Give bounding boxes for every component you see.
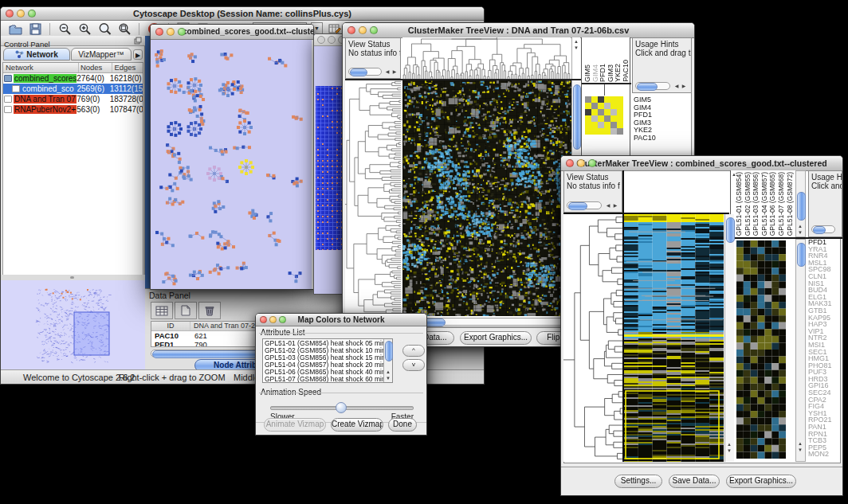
network-view-titlebar[interactable]: combined_scores_good.txt--cluste... [151, 25, 313, 40]
column-labels-vscrollbar[interactable]: ▲ ▼ [795, 170, 806, 237]
delete-attribute-icon[interactable] [198, 302, 221, 319]
close-button[interactable] [566, 159, 574, 167]
matrix-cell[interactable] [598, 96, 604, 103]
matrix-cell[interactable] [617, 96, 623, 103]
matrix-cell[interactable] [604, 128, 610, 135]
matrix-cell[interactable] [617, 103, 623, 109]
attribute-select-icon[interactable] [151, 302, 173, 319]
network-list-row[interactable]: combined_scores_2764(0)16218(0) [3, 73, 143, 84]
main-titlebar[interactable]: Cytoscape Desktop (Session Name: collins… [1, 7, 484, 21]
usage-hints-hscrollbar[interactable] [811, 225, 835, 233]
close-button[interactable] [260, 316, 267, 323]
save-data-button[interactable]: Save Data... [669, 475, 720, 488]
close-button[interactable] [347, 26, 355, 34]
view-status-hscrollbar[interactable] [567, 201, 602, 209]
matrix-cell[interactable] [598, 103, 604, 109]
attribute-list-item[interactable]: GPL51-01 (GSM854) heat shock 05 min [263, 340, 392, 347]
matrix-cell[interactable] [591, 109, 598, 115]
matrix-cell[interactable] [617, 109, 623, 115]
attribute-list-vscrollbar[interactable]: ▲ ▼ [383, 339, 392, 382]
matrix-cell[interactable] [604, 103, 610, 109]
attribute-list-item[interactable]: GPL51-03 (GSM856) heat shock 15 min [263, 354, 392, 361]
similarity-matrix[interactable] [585, 96, 623, 135]
scrollbar-thumb[interactable] [797, 243, 806, 267]
close-button[interactable] [155, 28, 163, 36]
scrollbar-thumb[interactable] [350, 68, 367, 76]
treeview2-titlebar[interactable]: ClusterMaker TreeView : combined_scores_… [561, 156, 842, 171]
zoom-in-icon[interactable] [77, 21, 92, 36]
column-dendrogram[interactable] [402, 37, 571, 79]
scroll-down-icon[interactable]: ▼ [384, 376, 392, 381]
matrix-cell[interactable] [604, 122, 610, 128]
matrix-cell[interactable] [617, 128, 623, 135]
matrix-cell[interactable] [591, 96, 598, 103]
move-down-button[interactable]: v [402, 359, 425, 371]
attribute-list-item[interactable]: GPL51-02 (GSM855) heat shock 10 min [263, 347, 392, 354]
column-header-edges[interactable]: Edges [112, 63, 143, 72]
scroll-down-icon[interactable]: ▼ [725, 448, 733, 454]
matrix-cell[interactable] [598, 109, 604, 115]
gene-dendrogram[interactable] [563, 214, 622, 462]
scroll-down-icon[interactable]: ▼ [796, 230, 804, 236]
column-header-nodes[interactable]: Nodes [79, 63, 113, 72]
tab-network[interactable]: Network [3, 48, 70, 61]
matrix-cell[interactable] [585, 109, 591, 115]
scrollbar-thumb[interactable] [797, 192, 806, 221]
network-canvas[interactable] [151, 40, 312, 289]
panel-splitter[interactable] [1, 275, 145, 280]
scroll-right-icon[interactable]: ▶ [391, 69, 398, 75]
heatmap-vscrollbar[interactable]: ▲ ▼ [724, 214, 734, 462]
scrollbar-thumb[interactable] [568, 202, 587, 210]
matrix-cell[interactable] [604, 96, 610, 103]
data-column-id[interactable]: ID [151, 322, 190, 330]
matrix-cell[interactable] [585, 96, 591, 103]
animate-vizmap-button[interactable]: Animate Vizmap [264, 418, 326, 432]
network-list-row[interactable]: combined_sco2569(6)13112(15) [3, 84, 143, 94]
matrix-cell[interactable] [598, 115, 604, 122]
matrix-cell[interactable] [610, 109, 617, 115]
tab-overflow-button[interactable]: ▶ [133, 49, 143, 60]
treeview1-titlebar[interactable]: ClusterMaker TreeView : DNA and Tran 07-… [343, 23, 694, 38]
scroll-up-icon[interactable]: ▲ [384, 369, 392, 375]
matrix-cell[interactable] [617, 122, 623, 128]
matrix-cell[interactable] [591, 103, 598, 109]
scrollbar-thumb[interactable] [813, 226, 826, 234]
close-button[interactable] [6, 10, 14, 18]
slider-thumb[interactable] [336, 402, 347, 413]
attribute-list-item[interactable]: GPL51-04 (GSM857) heat shock 20 min [263, 361, 392, 369]
matrix-cell[interactable] [591, 122, 598, 128]
export-graphics-button[interactable]: Export Graphics... [460, 331, 532, 345]
scrollbar-thumb[interactable] [637, 83, 658, 91]
matrix-cell[interactable] [610, 115, 617, 122]
network-list-row[interactable]: DNA and Tran 07769(0)183728(0) [3, 94, 143, 104]
matrix-cell[interactable] [604, 115, 610, 122]
new-attribute-icon[interactable] [175, 302, 197, 319]
done-button[interactable]: Done [388, 418, 417, 432]
matrix-cell[interactable] [610, 96, 617, 103]
view-status-hscrollbar[interactable] [348, 68, 382, 76]
matrix-cell[interactable] [610, 103, 617, 109]
scroll-right-icon[interactable]: ▶ [611, 203, 619, 209]
minimize-button[interactable] [577, 159, 585, 167]
birdseye-view[interactable] [1, 280, 145, 369]
settings-button[interactable]: Settings... [614, 475, 662, 488]
matrix-cell[interactable] [610, 122, 617, 128]
zoom-button[interactable] [279, 316, 286, 323]
scrollbar-thumb[interactable] [726, 217, 735, 243]
matrix-cell[interactable] [604, 109, 610, 115]
zoom-button[interactable] [28, 10, 36, 18]
matrix-cell[interactable] [598, 128, 604, 135]
zoom-fit-icon[interactable] [96, 21, 112, 36]
matrix-cell[interactable] [617, 115, 623, 122]
scrollbar-thumb[interactable] [385, 341, 393, 361]
scroll-right-icon[interactable]: ▶ [680, 84, 688, 89]
matrix-cell[interactable] [591, 128, 598, 135]
dialog-titlebar[interactable]: Map Colors to Network [256, 314, 426, 326]
scroll-down-icon[interactable]: ▼ [796, 447, 804, 453]
zoom-button[interactable] [178, 28, 186, 36]
scroll-down-icon[interactable]: ▼ [572, 45, 580, 51]
matrix-cell[interactable] [591, 115, 598, 122]
export-graphics-button[interactable]: Export Graphics... [726, 475, 796, 488]
matrix-cell[interactable] [585, 115, 591, 122]
minimize-button[interactable] [17, 10, 25, 18]
